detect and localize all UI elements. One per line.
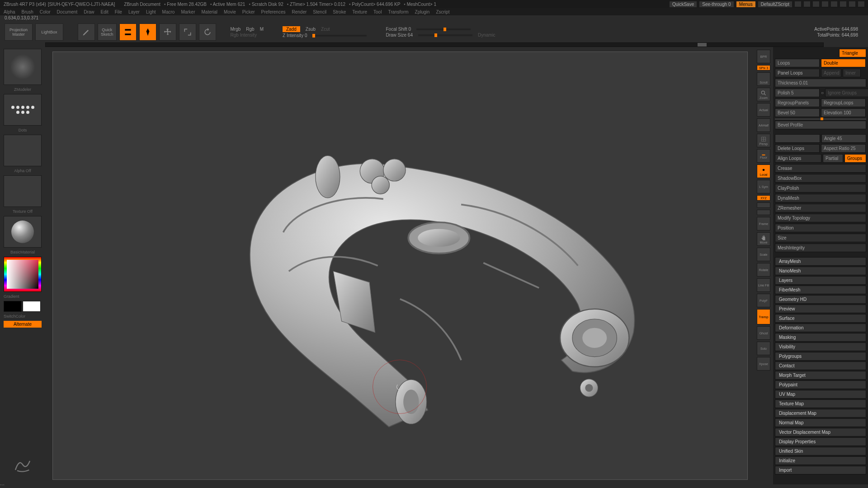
- sec-displayprop[interactable]: Display Properties: [775, 437, 866, 446]
- z-intensity-track[interactable]: [312, 35, 367, 37]
- menus-button[interactable]: Menus: [736, 1, 755, 7]
- menu-macro[interactable]: Macro: [162, 9, 175, 14]
- aahalf-button[interactable]: AAHalf: [757, 118, 770, 132]
- sec-geometryhd[interactable]: Geometry HD: [775, 295, 866, 304]
- draw-button[interactable]: [139, 23, 156, 41]
- sec-uvmap[interactable]: UV Map: [775, 390, 866, 399]
- sec-arraymesh[interactable]: ArrayMesh: [775, 257, 866, 266]
- menu-preferences[interactable]: Preferences: [261, 9, 286, 14]
- sec-dispmap[interactable]: Displacement Map: [775, 409, 866, 418]
- linefill-button[interactable]: Line Fill: [757, 278, 770, 292]
- material-thumb[interactable]: [4, 216, 42, 248]
- y-button[interactable]: [757, 202, 770, 208]
- zoom-button[interactable]: Zoom: [757, 88, 770, 101]
- m-toggle[interactable]: M: [260, 27, 264, 32]
- angle-slider[interactable]: Angle 45: [821, 134, 866, 143]
- persp-button[interactable]: Persp: [757, 134, 770, 147]
- menu-document[interactable]: Document: [57, 9, 78, 14]
- append-toggle[interactable]: Append: [821, 69, 841, 77]
- stroke-thumb[interactable]: [4, 94, 42, 126]
- texture-thumb[interactable]: [4, 175, 42, 207]
- zsub-toggle[interactable]: Zsub: [306, 27, 316, 32]
- sec-masking[interactable]: Masking: [775, 333, 866, 342]
- menu-brush[interactable]: Brush: [22, 9, 33, 14]
- menu-edit[interactable]: Edit: [101, 9, 108, 14]
- quicksave-button[interactable]: QuickSave: [670, 1, 697, 7]
- elevation-slider[interactable]: Elevation 100: [821, 108, 866, 117]
- inner-toggle[interactable]: Inner: [843, 69, 861, 77]
- dock-2-icon[interactable]: [804, 1, 810, 7]
- scale-nav-button[interactable]: Scale: [757, 248, 770, 261]
- menu-picker[interactable]: Picker: [242, 9, 255, 14]
- partial-toggle[interactable]: Partial: [823, 154, 843, 163]
- gradient-toggle[interactable]: Gradient: [4, 294, 42, 299]
- sec-vdispmap[interactable]: Vector Displacement Map: [775, 428, 866, 436]
- rotate-button[interactable]: [199, 23, 216, 41]
- draw-size-slider[interactable]: Draw Size 64: [386, 33, 412, 38]
- item-modtopo[interactable]: Modify Topology: [775, 214, 866, 222]
- ignore-groups-toggle[interactable]: Ignore Groups: [825, 89, 868, 97]
- regroup-loops-button[interactable]: RegroupLoops: [821, 99, 866, 107]
- bevel-slider[interactable]: Bevel 50: [775, 108, 820, 117]
- item-shadowbox[interactable]: ShadowBox: [775, 174, 866, 183]
- move-nav-button[interactable]: Move: [757, 232, 770, 246]
- item-meshintegrity[interactable]: MeshIntegrity: [775, 244, 866, 252]
- focal-track[interactable]: [416, 28, 471, 30]
- floor-button[interactable]: ▬Floor: [757, 149, 770, 163]
- menu-stroke[interactable]: Stroke: [333, 9, 346, 14]
- double-button[interactable]: Double: [821, 59, 866, 67]
- bpr-button[interactable]: BPR: [757, 50, 770, 63]
- viewport[interactable]: [52, 52, 748, 480]
- focal-shift-slider[interactable]: Focal Shift 0: [386, 27, 411, 32]
- menu-stencil[interactable]: Stencil: [313, 9, 326, 14]
- polyf-button[interactable]: PolyF: [757, 294, 770, 307]
- aspect-ratio-slider[interactable]: Aspect Ratio 25: [821, 144, 866, 153]
- sec-polygroups[interactable]: Polygroups: [775, 352, 866, 361]
- lightbox-button[interactable]: LightBox: [35, 23, 63, 41]
- item-size[interactable]: Size: [775, 234, 866, 242]
- rgb-toggle[interactable]: Rgb: [246, 27, 254, 32]
- rotate-nav-button[interactable]: Rotate: [757, 263, 770, 277]
- brush-thumb[interactable]: [4, 49, 42, 85]
- loops-label[interactable]: Loops: [775, 59, 820, 67]
- swatch-secondary[interactable]: [4, 301, 22, 312]
- sec-nanomesh[interactable]: NanoMesh: [775, 267, 866, 275]
- sec-deformation[interactable]: Deformation: [775, 324, 866, 332]
- align-loops-button[interactable]: Align Loops: [775, 154, 821, 163]
- sec-fibermesh[interactable]: FiberMesh: [775, 286, 866, 294]
- scroll-button[interactable]: Scroll: [757, 72, 770, 86]
- zadd-toggle[interactable]: Zadd: [283, 26, 300, 32]
- ghost-button[interactable]: Ghost: [757, 326, 770, 340]
- local-button[interactable]: Local: [757, 164, 770, 178]
- item-position[interactable]: Position: [775, 224, 866, 232]
- lsym-button[interactable]: L Sym: [757, 180, 770, 193]
- menu-zplugin[interactable]: Zplugin: [415, 9, 430, 14]
- alpha-thumb[interactable]: [4, 135, 42, 166]
- sec-surface[interactable]: Surface: [775, 314, 866, 323]
- sec-polypaint[interactable]: Polypaint: [775, 380, 866, 389]
- menu-material[interactable]: Material: [202, 9, 218, 14]
- color-picker[interactable]: [4, 257, 42, 292]
- xyz-button[interactable]: XYZ: [757, 195, 770, 201]
- spix-slider[interactable]: SPix 3: [757, 65, 770, 70]
- sec-texturemap[interactable]: Texture Map: [775, 399, 866, 408]
- move-button[interactable]: [159, 23, 176, 41]
- sec-contact[interactable]: Contact: [775, 361, 866, 370]
- z-button[interactable]: [757, 210, 770, 215]
- menu-layer[interactable]: Layer: [128, 9, 140, 14]
- restore-icon[interactable]: [849, 1, 855, 7]
- sec-normalmap[interactable]: Normal Map: [775, 418, 866, 427]
- mrgb-toggle[interactable]: Mrgb: [231, 27, 241, 32]
- drawsize-track[interactable]: [418, 34, 472, 36]
- item-crease[interactable]: Crease: [775, 164, 866, 173]
- delete-loops-button[interactable]: Delete Loops: [775, 144, 820, 153]
- menu-light[interactable]: Light: [146, 9, 156, 14]
- menu-file[interactable]: File: [115, 9, 122, 14]
- sec-preview[interactable]: Preview: [775, 305, 866, 313]
- menu-render[interactable]: Render: [292, 9, 307, 14]
- switchcolor-button[interactable]: SwitchColor: [4, 314, 42, 319]
- dock-1-icon[interactable]: [795, 1, 801, 7]
- transp-button[interactable]: Transp: [757, 309, 770, 324]
- frame-button[interactable]: Frame: [757, 217, 770, 230]
- menu-transform[interactable]: Transform: [388, 9, 408, 14]
